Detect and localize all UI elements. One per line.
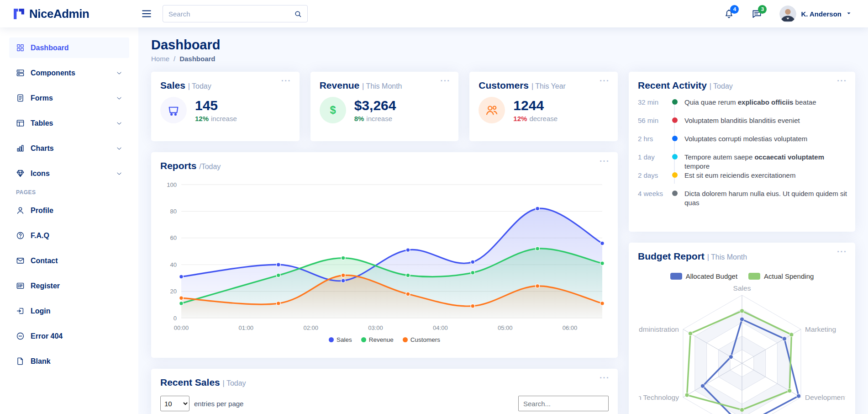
page-title: Dashboard [151,37,855,53]
menu-icon [16,69,25,77]
legend-item-allocated-budget[interactable]: Allocated Budget [670,272,737,280]
search-icon[interactable] [294,10,302,18]
activity-title: Recent Activity [638,80,707,90]
brand-logo[interactable]: NiceAdmin [13,7,141,21]
activity-text[interactable]: Est sit eum reiciendis exercitationem [681,171,795,189]
sidebar-item-login[interactable]: Login [9,301,129,321]
activity-item: 2 hrsVoluptates corrupti molestias volup… [638,134,847,153]
entries-per-page-select[interactable]: 10 [160,396,189,411]
chevron-down-icon [846,10,852,18]
card-title: Sales [160,80,185,90]
card-options-icon[interactable]: ··· [440,76,450,85]
chevron-down-icon [116,170,122,177]
activity-text[interactable]: Voluptatem blanditiis blanditiis eveniet [681,116,800,134]
envelope-icon [16,256,25,265]
customers-card: ··· Customers | This Year 1244 12%decrea… [469,72,618,141]
sidebar-nav-item: Forms [9,88,129,108]
activity-text[interactable]: Quia quae rerum explicabo officiis beata… [681,98,816,116]
legend-item-actual-spending[interactable]: Actual Spending [748,272,814,280]
legend-item-customers[interactable]: Customers [403,336,440,343]
activity-text[interactable]: Tempore autem saepe occaecati voluptatem… [681,153,847,171]
sidebar-item-label: Error 404 [31,332,63,340]
sidebar-item-register[interactable]: Register [9,276,129,296]
search-input[interactable] [168,10,294,18]
sidebar-item-forms[interactable]: Forms [9,88,129,108]
svg-text:05:00: 05:00 [498,324,513,331]
card-options-icon[interactable]: ··· [600,76,610,85]
legend-dot-icon [361,337,366,342]
svg-text:00:00: 00:00 [174,324,189,331]
card-title: Customers [479,80,529,90]
reports-line-chart: 02040608010000:0001:0002:0003:0004:0005:… [160,177,609,336]
notifications-count-badge: 4 [730,5,739,14]
reports-period: /Today [199,163,221,170]
activity-text[interactable]: Voluptates corrupti molestias voluptatem [681,134,807,153]
sidebar-toggle-button[interactable] [141,8,153,20]
question-circle-icon [16,231,25,240]
svg-text:$: $ [330,104,336,116]
sidebar-item-charts[interactable]: Charts [9,138,129,159]
legend-item-sales[interactable]: Sales [329,336,352,343]
sidebar-item-profile[interactable]: Profile [9,200,129,221]
sidebar-item-dashboard[interactable]: Dashboard [9,37,129,58]
brand-logo-icon [13,8,25,20]
dash-circle-icon [16,332,25,340]
sidebar-nav-item: Contact [9,250,129,271]
sidebar-item-label: Tables [31,119,53,127]
sidebar-item-contact[interactable]: Contact [9,250,129,271]
main-content: Dashboard Home / Dashboard ··· Sales | T… [138,27,868,414]
activity-timeline: 32 minQuia quae rerum explicabo officiis… [629,97,855,207]
activity-text[interactable]: Dicta dolorem harum nulla eius. Ut quide… [681,189,847,207]
sidebar-item-label: Icons [31,170,50,178]
sidebar-nav-item: F.A.Q [9,225,129,246]
svg-text:60: 60 [170,234,177,241]
sidebar-item-blank[interactable]: Blank [9,351,129,372]
sidebar-nav-item: Profile [9,200,129,221]
sales-percent: 12% [195,115,209,122]
card-options-icon[interactable]: ··· [600,373,610,382]
app-header: NiceAdmin 4 3 [0,0,868,27]
card-period: | This Month [362,82,402,90]
reports-chart-legend: SalesRevenueCustomers [151,336,618,343]
profile-menu[interactable]: K. Anderson [779,5,852,22]
sidebar-item-icons[interactable]: Icons [9,163,129,184]
messages-button[interactable]: 3 [752,9,762,19]
svg-text:03:00: 03:00 [368,324,383,331]
svg-text:Marketing: Marketing [805,325,836,333]
svg-text:100: 100 [167,181,177,188]
sidebar-item-label: Blank [31,357,51,366]
notifications-button[interactable]: 4 [724,9,734,19]
customers-trend-word: decrease [527,115,558,122]
sidebar-item-label: Charts [31,144,54,153]
sidebar-item-tables[interactable]: Tables [9,113,129,133]
timeline-dot-column [669,189,681,207]
breadcrumb-home-link[interactable]: Home [151,55,169,63]
card-options-icon[interactable]: ··· [837,76,847,85]
timeline-dot-column [669,134,681,153]
card-options-icon[interactable]: ··· [837,247,847,256]
legend-item-revenue[interactable]: Revenue [361,336,394,343]
sidebar-nav-item: Error 404 [9,326,129,346]
recent-activity-card: ··· Recent Activity | Today 32 minQuia q… [629,72,855,232]
table-search-input[interactable] [518,396,609,411]
sidebar-item-label: Dashboard [31,44,69,52]
cart-icon [160,97,187,123]
customers-value: 1244 [513,98,558,113]
sidebar-item-error-404[interactable]: Error 404 [9,326,129,346]
activity-time: 32 min [638,98,669,116]
sidebar-item-components[interactable]: Components [9,63,129,83]
card-options-icon[interactable]: ··· [600,157,610,165]
budget-chart-legend: Allocated BudgetActual Spending [629,272,855,280]
timeline-dot-column [669,116,681,134]
svg-text:Development: Development [805,393,845,401]
sidebar-item-f-a-q[interactable]: F.A.Q [9,225,129,246]
gem-icon [16,169,25,178]
budget-period: | This Month [707,253,747,261]
status-dot-icon [672,172,678,178]
svg-text:80: 80 [170,208,177,215]
hamburger-icon [141,8,153,20]
sidebar-item-label: Login [31,307,51,315]
reports-title: Reports [160,160,196,171]
card-options-icon[interactable]: ··· [281,76,291,85]
status-dot-icon [672,136,678,141]
